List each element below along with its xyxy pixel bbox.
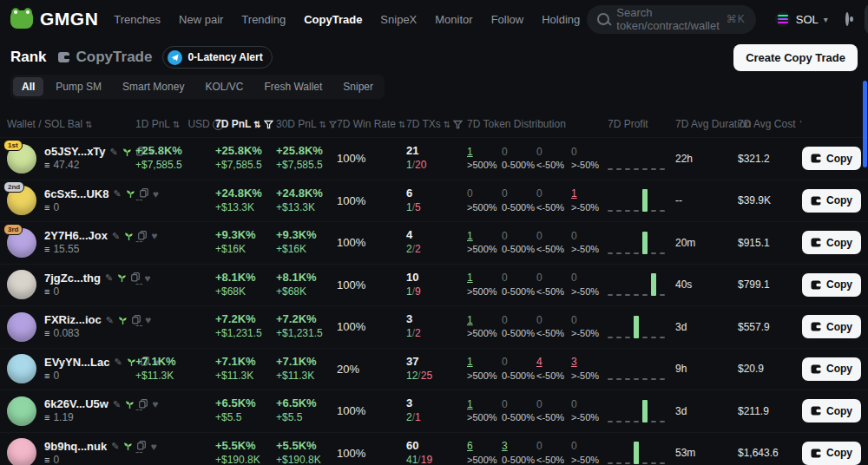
table-body: 1st o5JSY...xTy ✎ ♥ 47.42 +25.8K%+$7,: [0, 137, 868, 465]
sol-balance: 15.55: [53, 244, 79, 255]
edit-pencil-icon[interactable]: ✎: [110, 147, 118, 157]
pnl-30d-cell: +8.1K%+$68K: [276, 272, 337, 298]
search-icon: [597, 13, 609, 25]
wallet-name[interactable]: o5JSY...xTy: [44, 146, 106, 158]
filter-tabs-row: All Pump SM Smart Money KOL/VC Fresh Wal…: [0, 73, 868, 104]
col-7d-pnl[interactable]: 7D PnL⇅: [215, 118, 276, 130]
tab-copytrade-title[interactable]: CopyTrade: [57, 49, 153, 66]
token-distribution-cell: 0>500% 00-500% 0<-50% 1>-50%: [467, 188, 608, 213]
edit-pencil-icon[interactable]: ✎: [113, 400, 121, 409]
pnl-1d-cell: --: [135, 319, 215, 334]
sol-balance: 47.42: [53, 160, 79, 171]
dist-cell: 0>-50%: [571, 399, 606, 423]
wallet-name[interactable]: 2Y7H6...Jox: [44, 230, 108, 242]
create-copy-trade-button[interactable]: Create Copy Trade: [733, 44, 858, 71]
table-row[interactable]: EVyYN...Lac ✎ ♥ 0 +7.1K%+$11.3K +7.1K%+$…: [0, 348, 868, 390]
nav-item-trenches[interactable]: Trenches: [114, 13, 161, 26]
nav-item-follow[interactable]: Follow: [491, 13, 524, 26]
win-rate: 100%: [337, 447, 406, 460]
filter-tabs: All Pump SM Smart Money KOL/VC Fresh Wal…: [10, 75, 385, 99]
wallet-name[interactable]: FXRiz...ioc: [44, 314, 102, 326]
edit-pencil-icon[interactable]: ✎: [111, 442, 119, 451]
copy-trade-button[interactable]: Copy: [802, 231, 861, 254]
avg-cost: $20.9: [738, 363, 802, 375]
sol-bars-icon: [44, 455, 49, 465]
nav-item-holding[interactable]: Holding: [542, 13, 580, 26]
nav-item-snipex[interactable]: SnipeX: [380, 13, 417, 26]
tab-smart-money[interactable]: Smart Money: [114, 77, 193, 96]
avatar[interactable]: [7, 438, 36, 465]
copy-trade-button[interactable]: Copy: [802, 273, 861, 297]
chain-label: SOL: [796, 13, 819, 26]
avg-duration: 40s: [675, 278, 738, 291]
vertical-scrollbar[interactable]: [863, 81, 867, 167]
table-row[interactable]: 2nd 6cSx5...UK8 ✎ ♥ 0 --: [0, 180, 868, 222]
avg-cost: $915.1: [738, 237, 802, 249]
dist-cell: 00-500%: [502, 231, 536, 255]
edit-pencil-icon[interactable]: ✎: [114, 357, 122, 367]
zero-latency-alert-badge[interactable]: 0-Latency Alert: [162, 46, 272, 69]
sort-icon: ⇅: [85, 120, 92, 129]
col-wallet[interactable]: Wallet / SOL Bal⇅: [7, 118, 135, 130]
copy-trade-button[interactable]: Copy: [802, 147, 861, 170]
sort-icon: ⇅: [319, 120, 326, 129]
wallet-name[interactable]: 7jgZc...thg: [44, 272, 101, 285]
filter-funnel-icon[interactable]: [453, 120, 463, 129]
nav-item-trending[interactable]: Trending: [241, 13, 286, 26]
tab-pump-sm[interactable]: Pump SM: [47, 77, 110, 96]
copy-trade-button[interactable]: Copy: [802, 315, 861, 338]
edit-pencil-icon[interactable]: ✎: [106, 316, 114, 325]
wallet-menu[interactable]: 0.00893 HesGw...DLC ▾: [865, 3, 868, 35]
copy-trade-button[interactable]: Copy: [802, 357, 861, 381]
dist-cell: 00-500%: [502, 147, 536, 171]
wallet-name[interactable]: EVyYN...Lac: [44, 357, 109, 369]
tab-all[interactable]: All: [13, 77, 43, 96]
wallet-name[interactable]: 9b9hq...nuk: [44, 441, 107, 453]
pnl-7d-cell: +9.3K%+$16K: [215, 229, 276, 256]
chain-selector[interactable]: SOL ▾: [775, 11, 828, 27]
tab-fresh-wallet[interactable]: Fresh Wallet: [255, 77, 331, 96]
dist-cell: 0>500%: [467, 188, 502, 213]
avatar[interactable]: [7, 312, 36, 342]
filter-funnel-icon[interactable]: [264, 120, 273, 129]
dist-cell: 0>-50%: [571, 272, 606, 297]
nav-item-monitor[interactable]: Monitor: [435, 13, 472, 26]
gmgn-logo[interactable]: GMGN: [10, 8, 98, 30]
copy-trade-button[interactable]: Copy: [802, 189, 861, 213]
col-7d-txs[interactable]: 7D TXs⇅: [406, 118, 467, 130]
dist-cell: 00-500%: [502, 399, 536, 423]
table-row[interactable]: 6k26V...U5w ✎ ♥ 1.19 -- +6.5K%+$5.5 +6: [0, 390, 868, 432]
wallet-name[interactable]: 6cSx5...UK8: [44, 188, 108, 200]
wallet-cell: 2nd 6cSx5...UK8 ✎ ♥ 0: [7, 186, 135, 215]
table-row[interactable]: 3rd 2Y7H6...Jox ✎ ♥ 15.55 --: [0, 221, 868, 264]
pnl-30d-cell: +25.8K%+$7,585.5: [276, 145, 337, 172]
avg-duration: 3d: [675, 405, 738, 417]
table-row[interactable]: 9b9hq...nuk ✎ ♥ 0 -- +5.5K%+$190.8K +5: [0, 432, 868, 465]
dist-cell: 6>500%: [467, 441, 502, 465]
table-row[interactable]: FXRiz...ioc ✎ ♥ 0.083 -- +7.2K%+$1,231.5: [0, 305, 868, 348]
copy-trade-button[interactable]: Copy: [802, 399, 861, 422]
edit-pencil-icon[interactable]: ✎: [113, 189, 121, 199]
nav-item-new-pair[interactable]: New pair: [179, 13, 223, 26]
tab-kol-vc[interactable]: KOL/VC: [196, 77, 252, 96]
settings-gear-icon[interactable]: [845, 12, 849, 26]
col-1d-pnl[interactable]: 1D PnL⇅ USD $: [135, 118, 215, 130]
table-row[interactable]: 1st o5JSY...xTy ✎ ♥ 47.42 +25.8K%+$7,: [0, 137, 868, 180]
nav-item-copytrade[interactable]: CopyTrade: [304, 13, 362, 26]
copy-trade-button[interactable]: Copy: [802, 442, 861, 465]
wallet-name[interactable]: 6k26V...U5w: [44, 398, 108, 410]
filter-funnel-icon[interactable]: [329, 120, 337, 129]
table-row[interactable]: 7jgZc...thg ✎ ♥ 0 -- +8.1K%+$68K +8.1K: [0, 264, 868, 306]
search-input[interactable]: Search token/contract/wallet ⌘K: [587, 5, 756, 34]
edit-pencil-icon[interactable]: ✎: [112, 232, 120, 241]
avatar[interactable]: [7, 396, 36, 426]
col-7d-win-rate[interactable]: 7D Win Rate⇅: [337, 118, 406, 130]
edit-pencil-icon[interactable]: ✎: [105, 273, 113, 283]
pnl-7d-cell: +24.8K%+$13.3K: [215, 187, 276, 214]
profit-sparkline: [608, 270, 675, 299]
avatar[interactable]: [7, 270, 36, 299]
col-30d-pnl[interactable]: 30D PnL⇅: [276, 118, 337, 130]
profit-sparkline: [608, 354, 675, 383]
avatar[interactable]: [7, 354, 36, 383]
tab-sniper[interactable]: Sniper: [334, 77, 382, 96]
